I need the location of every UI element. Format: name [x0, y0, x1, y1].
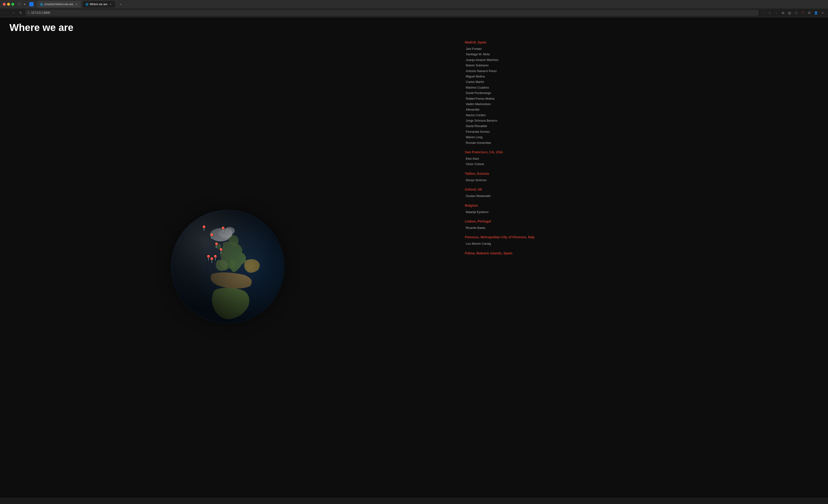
close-button[interactable] [3, 3, 6, 6]
page-content: 📍 📍 📍 📍 📍 📍 [0, 36, 828, 498]
location-group-7: Palma, Balearic Islands, Spain [465, 251, 819, 255]
city-name-2: Tallinn, Estonia [465, 172, 819, 175]
github-icon[interactable]: ⬡ [18, 2, 22, 6]
profile-button[interactable]: 👤 [813, 10, 819, 15]
bookmark-button[interactable]: ☆ [767, 10, 772, 15]
address-bar[interactable]: ℹ 127.0.0.1:8000 [26, 10, 758, 16]
browser-chrome: ⬡ ◂ 🌐 smacker/where-we-are ✕ 🌐 Where we … [0, 0, 828, 17]
person-name: Fernanda Gomes [465, 129, 819, 134]
globe-map [171, 210, 284, 323]
settings-button[interactable]: ⚙ [807, 10, 812, 15]
pin-belgium: 📍 [213, 242, 220, 248]
extensions-button[interactable]: ⬡ [793, 10, 799, 15]
pin-uk: 📍 [209, 233, 215, 240]
title-bar: ⬡ ◂ 🌐 smacker/where-we-are ✕ 🌐 Where we … [0, 0, 828, 8]
person-name: Gustav Maskowitz [465, 193, 819, 199]
nav-actions: ··· ☆ ↓ ⊞ ▤ ⬡ 🛡 ⚙ 👤 ≡ [760, 10, 825, 15]
tab-1-close[interactable]: ✕ [75, 3, 78, 6]
new-tab-button[interactable]: + [118, 1, 124, 7]
svg-point-4 [171, 210, 284, 323]
city-name-7: Palma, Balearic Islands, Spain [465, 251, 819, 255]
reader-view-button[interactable]: ⊞ [780, 10, 785, 15]
location-group-0: Madrid, SpainJavi FontanSantiago M. Mola… [465, 40, 819, 145]
forward-button[interactable]: → [10, 10, 16, 15]
shield-icon[interactable]: 🛡 [800, 10, 805, 15]
nav-icon[interactable]: ◂ [24, 2, 28, 6]
globe-container: 📍 📍 📍 📍 📍 📍 [171, 210, 284, 323]
maximize-button[interactable] [11, 3, 14, 6]
person-name: Carlos Martín [465, 79, 819, 85]
page-title: Where we are [0, 17, 828, 36]
location-group-6: Florence, Metropolitan City of Florence,… [465, 235, 819, 246]
person-name: Antonio Navarro Perez [465, 68, 819, 74]
person-name: Alexander [465, 107, 819, 112]
person-name: Nacho Cordón [465, 113, 819, 118]
city-name-0: Madrid, Spain [465, 40, 819, 44]
tab-2-close[interactable]: ✕ [109, 3, 112, 6]
person-name: Santiago M. Mola [465, 51, 819, 57]
location-group-1: San Francisco, CA, USAEiso KantVictor Co… [465, 150, 819, 167]
globe: 📍 📍 📍 📍 📍 📍 [171, 210, 284, 323]
person-name: Maartje Eyskens [465, 209, 819, 215]
nav-bar: ← → ↻ ℹ 127.0.0.1:8000 ··· ☆ ↓ ⊞ ▤ ⬡ 🛡 ⚙… [0, 8, 828, 17]
more-options-button[interactable]: ··· [760, 10, 765, 15]
person-name: Juanjo Alvarez Martínez [465, 57, 819, 62]
city-name-4: Belgium [465, 204, 819, 207]
address-text: 127.0.0.1:8000 [31, 11, 50, 14]
person-name: Javi Fontan [465, 46, 819, 51]
person-name: Rafael Porres Molina [465, 96, 819, 101]
person-name: Vadim Markovtsev [465, 101, 819, 107]
city-name-5: Lisbon, Portugal [465, 219, 819, 223]
globe-section: 📍 📍 📍 📍 📍 📍 [0, 36, 455, 498]
tab-1[interactable]: 🌐 smacker/where-we-are ✕ [37, 1, 81, 7]
person-name: Victor Coisne [465, 161, 819, 167]
back-button[interactable]: ← [3, 10, 8, 15]
app-icon[interactable] [29, 2, 34, 6]
pin-italy: 📍 [218, 248, 224, 254]
locations-panel: Madrid, SpainJavi FontanSantiago M. Mola… [455, 36, 828, 498]
person-name: Denys Smirnov [465, 177, 819, 183]
city-name-1: San Francisco, CA, USA [465, 150, 819, 154]
person-name: Miguel Molina [465, 74, 819, 79]
person-name: David Pordomingo [465, 90, 819, 96]
tab-1-icon: 🌐 [40, 3, 43, 6]
tab-2-label: Where we are [90, 3, 108, 6]
tab-1-label: smacker/where-we-are [44, 3, 73, 6]
minimize-button[interactable] [7, 3, 10, 6]
person-name: Máximo Cuadros [465, 85, 819, 90]
pin-portugal: 📍 [212, 255, 218, 261]
tab-2[interactable]: 🌐 Where we are ✕ [83, 1, 115, 7]
pin-scandinavia: 📍 [220, 226, 226, 233]
location-group-4: BelgiumMaartje Eyskens [465, 204, 819, 215]
person-name: Waren Long [465, 134, 819, 140]
lock-icon: ℹ [28, 11, 29, 14]
menu-button[interactable]: ≡ [820, 10, 825, 15]
person-name: Eiso Kant [465, 156, 819, 161]
reload-button[interactable]: ↻ [18, 10, 24, 15]
tab-2-icon: 🌐 [85, 3, 88, 6]
city-name-3: Oxford, UK [465, 187, 819, 191]
location-group-5: Lisbon, PortugalRicardo Baeta [465, 219, 819, 230]
location-group-2: Tallinn, EstoniaDenys Smirnov [465, 172, 819, 183]
pin-iceland: 📍 [201, 225, 207, 232]
person-name: Maxim Sukharev [465, 62, 819, 68]
download-button[interactable]: ↓ [774, 10, 779, 15]
person-name: Ricardo Baeta [465, 225, 819, 230]
city-name-6: Florence, Metropolitan City of Florence,… [465, 235, 819, 239]
person-name: Jorge Schnura Becerro [465, 118, 819, 123]
sidebar-button[interactable]: ▤ [787, 10, 792, 15]
person-name: David Riosalido [465, 123, 819, 129]
location-group-3: Oxford, UKGustav Maskowitz [465, 187, 819, 199]
traffic-lights [3, 3, 14, 6]
person-name: Lou Marvin Caraig [465, 241, 819, 246]
person-name: Romain Keramitas [465, 140, 819, 145]
